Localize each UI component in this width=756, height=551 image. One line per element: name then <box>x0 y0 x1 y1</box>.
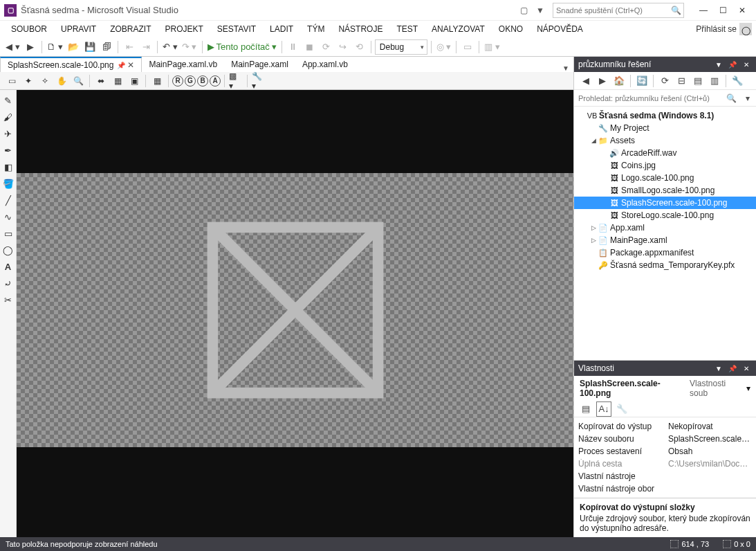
tree-logo[interactable]: 🖼Logo.scale-100.png <box>574 172 756 184</box>
stop-button[interactable]: ◼ <box>302 39 317 55</box>
tree-project-root[interactable]: VBŠťasná sedma (Windows 8.1) <box>574 109 756 122</box>
tree-storelogo[interactable]: 🖼StoreLogo.scale-100.png <box>574 209 756 222</box>
menu-nastroje[interactable]: NÁSTROJE <box>331 23 389 35</box>
menu-okno[interactable]: OKNO <box>492 23 530 35</box>
notifications-icon[interactable]: ▢ <box>517 3 531 17</box>
maximize-button[interactable]: ☐ <box>713 3 732 17</box>
channel-b[interactable]: B <box>197 75 208 87</box>
tree-key[interactable]: 🔑Šťasná sedma_TemporaryKey.pfx <box>574 259 756 271</box>
brush-icon[interactable]: 🖌 <box>2 111 15 123</box>
pin-icon[interactable]: 📌 <box>117 62 124 69</box>
sync-icon[interactable]: 🔄 <box>634 73 649 89</box>
panel-options-icon[interactable]: ▼ <box>713 61 724 69</box>
tree-splashscreen[interactable]: 🖼SplashScreen.scale-100.png <box>574 197 756 209</box>
line-icon[interactable]: ╱ <box>2 194 15 206</box>
menu-zobrazit[interactable]: ZOBRAZIT <box>103 23 158 35</box>
properties-grid[interactable]: Kopírovat do výstupNekopírovat Název sou… <box>574 417 756 498</box>
home-icon[interactable]: 🏠 <box>611 73 627 89</box>
quick-launch[interactable]: 🔍 <box>553 3 684 18</box>
pencil-icon[interactable]: ✎ <box>2 94 15 107</box>
text-icon[interactable]: A <box>2 260 15 273</box>
tab-mainpage-xaml[interactable]: MainPage.xaml <box>224 57 295 72</box>
menu-analyzovat[interactable]: ANALYZOVAT <box>425 23 492 35</box>
search-icon[interactable]: 🔍 <box>671 6 681 15</box>
pin-icon[interactable]: 📌 <box>727 365 738 372</box>
sign-in-link[interactable]: Přihlásit se <box>696 24 737 34</box>
airbrush-icon[interactable]: ✈ <box>2 127 15 140</box>
ellipse-icon[interactable]: ◯ <box>2 244 15 256</box>
extra-button-3[interactable]: ▥ ▾ <box>483 39 501 55</box>
panel-options-icon[interactable]: ▼ <box>713 365 724 372</box>
rotate-icon[interactable]: ⤾ <box>2 277 15 289</box>
search-icon[interactable]: 🔍 <box>723 90 739 106</box>
nav-forward-button[interactable]: ▶ <box>23 39 38 55</box>
prop-pages-icon[interactable]: 🔧 <box>614 401 629 417</box>
refresh-icon[interactable]: ⟳ <box>657 73 672 89</box>
menu-ladit[interactable]: LADIT <box>263 23 300 35</box>
pan-icon[interactable]: ✋ <box>54 73 69 89</box>
close-button[interactable]: ✕ <box>732 3 752 17</box>
fit-window-icon[interactable]: ▣ <box>127 73 142 89</box>
tool-options-icon[interactable]: 🔧 ▾ <box>251 73 266 89</box>
save-button[interactable]: 💾 <box>82 39 98 55</box>
search-options-icon[interactable]: ▾ <box>739 90 756 106</box>
pause-button[interactable]: ⏸ <box>286 39 301 55</box>
eyedropper-icon[interactable]: ✒ <box>2 144 15 156</box>
feedback-icon[interactable]: ▼ <box>533 3 547 17</box>
categorize-icon[interactable]: ▤ <box>578 401 593 417</box>
menu-napoveda[interactable]: NÁPOVĚDA <box>530 23 590 35</box>
grid-icon[interactable]: ▦ <box>149 73 165 89</box>
channel-r[interactable]: R <box>172 75 183 87</box>
fill-icon[interactable]: 🪣 <box>2 177 15 190</box>
menu-sestavit[interactable]: SESTAVIT <box>210 23 263 35</box>
redo-button[interactable]: ↷ ▾ <box>181 39 199 55</box>
back-icon[interactable]: ◀ <box>578 73 593 89</box>
undo-button[interactable]: ↶ ▾ <box>161 39 179 55</box>
menu-soubor[interactable]: SOUBOR <box>4 23 54 35</box>
open-button[interactable]: 📂 <box>66 39 81 55</box>
extra-button-2[interactable]: ▭ <box>460 39 475 55</box>
quick-launch-input[interactable] <box>556 6 671 15</box>
close-icon[interactable]: ✕ <box>741 61 752 69</box>
close-icon[interactable]: ✕ <box>127 60 134 70</box>
config-select[interactable]: Debug <box>375 39 427 55</box>
tree-appxaml[interactable]: ▷📄App.xaml <box>574 222 756 234</box>
tree-coins[interactable]: 🖼Coins.jpg <box>574 159 756 172</box>
tree-my-project[interactable]: 🔧My Project <box>574 122 756 134</box>
tree-arcaderiff[interactable]: 🔊ArcadeRiff.wav <box>574 147 756 159</box>
zoom-icon[interactable]: 🔍 <box>71 73 86 89</box>
tab-mainpage-vb[interactable]: MainPage.xaml.vb <box>142 57 224 72</box>
properties-icon[interactable]: 🔧 <box>730 73 745 89</box>
solution-search[interactable]: 🔍 ▾ <box>574 90 756 107</box>
image-canvas[interactable] <box>17 90 573 537</box>
start-button[interactable]: ▶ Tento počítač ▾ <box>206 39 278 55</box>
tab-overflow-button[interactable]: ▼ <box>562 64 573 72</box>
refresh-button[interactable]: ⟲ <box>352 39 367 55</box>
tab-splashscreen[interactable]: SplashScreen.scale-100.png 📌 ✕ <box>0 57 142 72</box>
select-rect-icon[interactable]: ▭ <box>4 73 19 89</box>
forward-icon[interactable]: ▶ <box>595 73 610 89</box>
close-icon[interactable]: ✕ <box>741 365 752 372</box>
fit-width-icon[interactable]: ⬌ <box>93 73 109 89</box>
rect-icon[interactable]: ▭ <box>2 227 15 240</box>
show-all-icon[interactable]: ▤ <box>690 73 706 89</box>
restart-button[interactable]: ⟳ <box>319 39 334 55</box>
curve-icon[interactable]: ∿ <box>2 210 15 223</box>
tab-app-xaml-vb[interactable]: App.xaml.vb <box>295 57 355 72</box>
view-icon[interactable]: ▥ <box>707 73 722 89</box>
eraser-icon[interactable]: ◧ <box>2 161 15 173</box>
menu-tym[interactable]: TÝM <box>300 23 331 35</box>
solution-search-input[interactable] <box>574 90 723 106</box>
checker-bg-icon[interactable]: ▩ ▾ <box>228 73 243 89</box>
channel-g[interactable]: G <box>185 75 196 87</box>
channel-a[interactable]: A <box>210 75 221 87</box>
menu-test[interactable]: TEST <box>389 23 425 35</box>
select-wand-icon[interactable]: ✧ <box>37 73 53 89</box>
solution-tree[interactable]: VBŠťasná sedma (Windows 8.1) 🔧My Project… <box>574 107 756 360</box>
tree-smalllogo[interactable]: 🖼SmallLogo.scale-100.png <box>574 184 756 197</box>
minimize-button[interactable]: — <box>694 3 713 17</box>
extra-button-1[interactable]: ◎ ▾ <box>435 39 453 55</box>
trim-icon[interactable]: ✂ <box>2 293 15 306</box>
menu-upravit[interactable]: UPRAVIT <box>54 23 103 35</box>
indent-button[interactable]: ⇥ <box>138 39 154 55</box>
